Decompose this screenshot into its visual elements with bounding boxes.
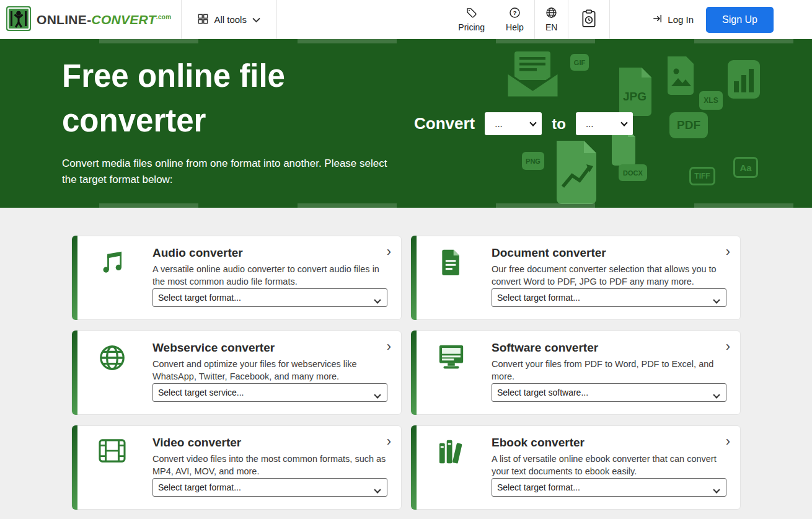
chevron-down-icon	[252, 14, 260, 25]
image-file-icon	[664, 56, 697, 95]
question-mark-icon: ?	[509, 7, 521, 20]
ebook-target-format-select[interactable]: Select target format...	[492, 478, 726, 497]
tiff-badge-icon: TIFF	[689, 167, 715, 185]
signup-button[interactable]: Sign Up	[706, 7, 774, 33]
card-audio-converter: Audio converter A versatile online audio…	[71, 236, 402, 320]
pricing-link[interactable]: Pricing	[448, 0, 495, 39]
film-icon	[72, 436, 152, 499]
convert-label: Convert	[414, 114, 475, 133]
document-icon	[411, 246, 492, 309]
books-icon	[411, 436, 492, 499]
language-selector[interactable]: EN	[535, 0, 568, 39]
card-title: Ebook converter	[492, 436, 726, 450]
login-arrow-icon	[652, 13, 663, 26]
all-tools-menu[interactable]: All tools	[182, 0, 276, 39]
brand-logo-icon	[6, 6, 31, 33]
help-link[interactable]: ? Help	[495, 0, 534, 39]
card-description: A versatile online audio converter to co…	[152, 263, 387, 288]
pdf-badge-icon: PDF	[669, 112, 708, 138]
svg-text:JPG: JPG	[623, 90, 647, 103]
divider	[609, 0, 610, 39]
to-label: to	[552, 115, 566, 133]
card-description: Convert your files from PDF to Word, PDF…	[492, 358, 726, 383]
card-software-converter: Software converter Convert your files fr…	[410, 330, 741, 415]
card-arrow-link[interactable]: ›	[726, 340, 730, 353]
xls-badge-icon: XLS	[699, 91, 723, 110]
hero-banner: GIF JPG XLS PDF PNG	[0, 39, 812, 208]
divider	[276, 0, 277, 39]
card-arrow-link[interactable]: ›	[387, 245, 391, 259]
conversion-history-button[interactable]	[568, 0, 609, 39]
pricing-label: Pricing	[458, 22, 485, 32]
card-video-converter: Video converter Convert video files into…	[71, 425, 402, 510]
header-right: Pricing ? Help EN	[448, 0, 812, 39]
card-title: Software converter	[492, 341, 726, 355]
card-title: Document converter	[492, 246, 726, 260]
card-arrow-link[interactable]: ›	[726, 245, 730, 259]
brand-logo-text: ONLINE-CONVERT.com	[37, 12, 171, 27]
globe-icon	[545, 7, 557, 20]
globe-icon	[72, 341, 152, 404]
gif-badge-icon: GIF	[570, 54, 589, 71]
converter-cards-grid: Audio converter A versatile online audio…	[71, 236, 741, 510]
card-webservice-converter: Webservice converter Convert and optimiz…	[71, 330, 402, 415]
login-label: Log In	[668, 14, 694, 25]
jpg-file-icon: JPG	[616, 68, 655, 116]
video-target-format-select[interactable]: Select target format...	[152, 478, 387, 497]
card-arrow-link[interactable]: ›	[726, 435, 730, 448]
language-label: EN	[545, 22, 557, 32]
card-arrow-link[interactable]: ›	[387, 435, 391, 448]
audio-target-format-select[interactable]: Select target format...	[152, 288, 387, 307]
brand-logo[interactable]: ONLINE-CONVERT.com	[6, 6, 181, 33]
grid-icon	[198, 14, 208, 26]
svg-text:?: ?	[513, 9, 516, 16]
clipboard-icon	[581, 9, 597, 30]
card-title: Video converter	[152, 436, 387, 450]
card-description: Convert and optimize your files for webs…	[152, 358, 387, 383]
line-chart-file-icon	[552, 141, 601, 204]
card-description: Our free document converter selection th…	[492, 263, 726, 288]
document-target-format-select[interactable]: Select target format...	[492, 288, 726, 307]
card-document-converter: Document converter Our free document con…	[410, 236, 741, 320]
quick-convert-controls: Convert ... to ...	[414, 112, 633, 135]
convert-source-select[interactable]: ...	[485, 112, 542, 135]
card-arrow-link[interactable]: ›	[387, 340, 391, 353]
software-target-select[interactable]: Select target software...	[492, 383, 726, 402]
page-title: Free online file converter	[62, 54, 384, 144]
bar-chart-file-icon	[726, 59, 761, 100]
aa-badge-icon: Aa	[733, 157, 758, 178]
docx-badge-icon: DOCX	[619, 164, 647, 181]
main-content: Audio converter A versatile online audio…	[0, 208, 812, 510]
card-description: A list of versatile online ebook convert…	[492, 453, 726, 478]
card-title: Audio converter	[152, 246, 387, 260]
card-description: Convert video files into the most common…	[152, 453, 387, 478]
header: ONLINE-CONVERT.com All tools Pricing	[0, 0, 812, 39]
png-badge-icon: PNG	[522, 152, 544, 170]
page-subtitle: Convert media files online from one form…	[62, 156, 400, 187]
all-tools-label: All tools	[214, 14, 247, 25]
help-label: Help	[506, 22, 524, 32]
convert-target-select[interactable]: ...	[576, 112, 633, 135]
music-note-icon	[72, 246, 152, 309]
email-file-icon	[503, 49, 562, 100]
monitor-icon	[411, 341, 492, 404]
login-link[interactable]: Log In	[640, 13, 706, 26]
webservice-target-select[interactable]: Select target service...	[152, 383, 387, 402]
price-tag-icon	[466, 7, 477, 20]
card-title: Webservice converter	[152, 341, 387, 355]
card-ebook-converter: Ebook converter A list of versatile onli…	[410, 425, 741, 510]
